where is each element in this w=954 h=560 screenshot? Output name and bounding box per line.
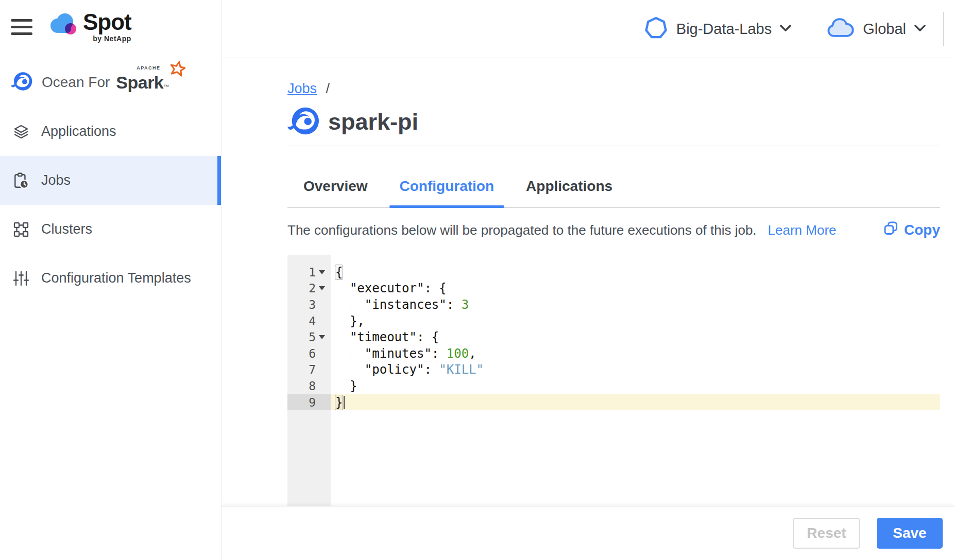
editor-empty-area[interactable] bbox=[287, 410, 940, 506]
code-line[interactable]: "timeout": { bbox=[331, 329, 940, 345]
breadcrumb-jobs-link[interactable]: Jobs bbox=[287, 81, 317, 96]
gutter-cell: 5 bbox=[287, 329, 331, 345]
editor-line-4: 4 }, bbox=[287, 313, 940, 329]
gutter-cell: 9 bbox=[287, 394, 331, 411]
code-line[interactable]: } bbox=[331, 394, 940, 411]
save-button[interactable]: Save bbox=[877, 518, 943, 549]
code-line[interactable]: "minutes": 100, bbox=[331, 345, 940, 362]
breadcrumb: Jobs / bbox=[287, 81, 940, 98]
config-description-row: The configurations below will be propaga… bbox=[287, 221, 940, 239]
main-area: Big-Data-Labs Global bbox=[222, 0, 954, 560]
region-picker[interactable]: Global bbox=[827, 18, 926, 41]
indent-guide bbox=[350, 346, 350, 361]
gutter-cell: 2 bbox=[287, 281, 331, 297]
line-number: 8 bbox=[309, 379, 316, 393]
cloud-region-icon bbox=[827, 18, 855, 41]
topbar-divider bbox=[943, 12, 944, 46]
clipboard-clock-icon bbox=[12, 172, 30, 189]
spot-cloud-icon bbox=[48, 11, 78, 39]
layers-icon bbox=[12, 123, 30, 141]
apache-label: APACHE bbox=[137, 65, 160, 71]
tab-bar: Overview Configuration Applications bbox=[287, 146, 940, 208]
gutter-cell: 6 bbox=[287, 345, 331, 362]
gutter-cell: 7 bbox=[287, 362, 331, 378]
action-footer: Reset Save bbox=[222, 506, 954, 560]
editor-line-5: 5 "timeout": { bbox=[287, 329, 940, 345]
sidebar-item-label: Clusters bbox=[41, 221, 92, 237]
reset-button[interactable]: Reset bbox=[793, 518, 860, 549]
sidebar-nav: Applications Jobs bbox=[0, 107, 221, 303]
editor-spacer-row bbox=[287, 255, 940, 264]
editor-line-7: 7 "policy": "KILL" bbox=[287, 362, 940, 378]
sidebar-item-label: Jobs bbox=[41, 172, 71, 188]
gutter-cell: 1 bbox=[287, 264, 331, 281]
breadcrumb-separator: / bbox=[326, 81, 330, 96]
fold-arrow-icon[interactable] bbox=[319, 286, 325, 290]
tab-configuration[interactable]: Configuration bbox=[389, 146, 505, 207]
product-logo-row: Ocean For APACHE Spark™ bbox=[0, 68, 221, 97]
config-description: The configurations below will be propaga… bbox=[287, 222, 757, 238]
line-number: 2 bbox=[309, 282, 316, 295]
gutter-cell: 8 bbox=[287, 378, 331, 394]
copy-icon bbox=[884, 221, 898, 239]
sidebar-item-jobs[interactable]: Jobs bbox=[0, 156, 221, 205]
line-number: 6 bbox=[309, 347, 316, 360]
title-row: spark-pi bbox=[287, 106, 940, 138]
spark-trademark: ™ bbox=[163, 83, 169, 90]
line-number: 3 bbox=[309, 298, 316, 311]
line-number: 7 bbox=[309, 363, 316, 376]
code-line[interactable]: }, bbox=[331, 313, 940, 329]
text-cursor bbox=[344, 396, 345, 409]
spot-wordmark: Spot bbox=[83, 11, 131, 33]
ocean-for-label: Ocean For bbox=[42, 74, 110, 91]
heptagon-org-icon bbox=[644, 16, 668, 42]
code-line[interactable]: "instances": 3 bbox=[331, 296, 940, 313]
sidebar-item-clusters[interactable]: Clusters bbox=[0, 205, 221, 254]
org-picker[interactable]: Big-Data-Labs bbox=[644, 16, 791, 42]
copy-button[interactable]: Copy bbox=[884, 221, 940, 239]
editor-line-3: 3 "instances": 3 bbox=[287, 296, 940, 313]
sidebar-item-label: Applications bbox=[41, 124, 116, 139]
editor-line-1: 1 { bbox=[287, 264, 940, 281]
gutter-cell: 4 bbox=[287, 313, 331, 329]
editor-line-2: 2 "executor": { bbox=[287, 281, 940, 297]
sidebar-item-applications[interactable]: Applications bbox=[0, 107, 221, 156]
fold-arrow-icon[interactable] bbox=[319, 270, 325, 274]
line-number: 9 bbox=[309, 396, 316, 409]
line-number: 4 bbox=[309, 314, 316, 328]
matched-bracket: } bbox=[335, 395, 343, 410]
code-line[interactable]: "policy": "KILL" bbox=[331, 362, 940, 378]
chevron-down-icon bbox=[780, 24, 791, 33]
region-name: Global bbox=[863, 21, 906, 38]
indent-guide bbox=[350, 297, 350, 312]
spot-by-netapp: by NetApp bbox=[93, 34, 131, 43]
sidebar-item-label: Configuration Templates bbox=[41, 270, 191, 286]
editor-line-8: 8 } bbox=[287, 378, 940, 394]
sidebar-item-configuration-templates[interactable]: Configuration Templates bbox=[0, 254, 221, 303]
page-content: Jobs / spark-pi Overview Configuration bbox=[222, 58, 954, 506]
page-title: spark-pi bbox=[328, 109, 418, 135]
spot-logo: Spot by NetApp bbox=[48, 11, 131, 43]
org-name: Big-Data-Labs bbox=[676, 21, 772, 38]
job-wave-icon bbox=[287, 105, 319, 139]
editor-line-9-active: 9 } bbox=[287, 394, 940, 411]
gutter-cell: 3 bbox=[287, 296, 331, 313]
code-line[interactable]: } bbox=[331, 378, 940, 394]
matched-bracket: { bbox=[335, 265, 343, 280]
spark-star-icon bbox=[170, 61, 185, 79]
learn-more-link[interactable]: Learn More bbox=[768, 222, 837, 238]
json-config-editor[interactable]: 1 { 2 "executor": { 3 "instances": 3 4 }… bbox=[287, 255, 940, 506]
copy-label: Copy bbox=[904, 222, 940, 238]
app-window: Spot by NetApp Ocean For APACHE bbox=[0, 0, 954, 560]
hamburger-menu-icon[interactable] bbox=[11, 19, 32, 35]
line-number: 5 bbox=[309, 330, 316, 344]
indent-guide bbox=[350, 363, 350, 377]
chevron-down-icon bbox=[914, 24, 926, 33]
line-number: 1 bbox=[309, 266, 316, 279]
code-line[interactable]: "executor": { bbox=[331, 281, 940, 297]
code-line[interactable]: { bbox=[331, 264, 940, 281]
tab-applications[interactable]: Applications bbox=[516, 146, 623, 207]
fold-arrow-icon[interactable] bbox=[319, 335, 325, 339]
tab-overview[interactable]: Overview bbox=[293, 146, 378, 207]
sidebar: Spot by NetApp Ocean For APACHE bbox=[0, 0, 222, 560]
